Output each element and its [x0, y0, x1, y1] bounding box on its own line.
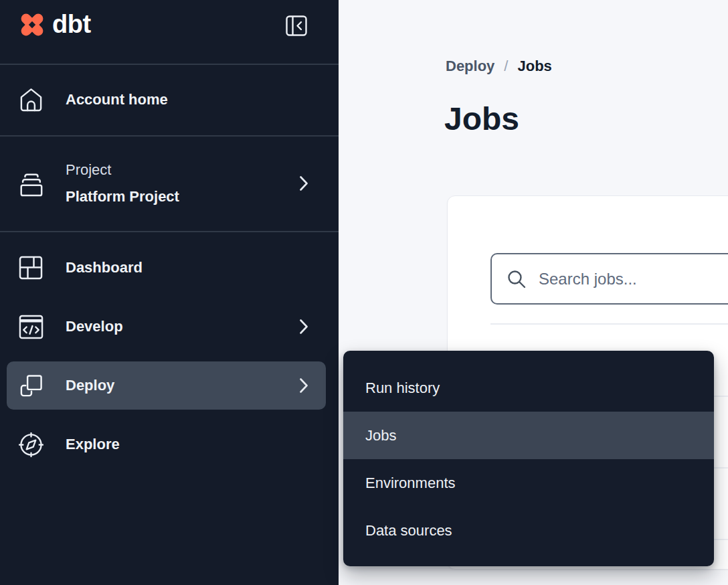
sidebar-item-deploy[interactable]: Deploy [7, 361, 326, 410]
submenu-item-label: Environments [365, 475, 456, 492]
collapse-sidebar-icon [286, 15, 307, 36]
chevron-right-icon [300, 378, 308, 393]
project-stack-icon [17, 169, 44, 197]
sidebar-divider [0, 231, 339, 232]
sidebar: dbt Account home [0, 0, 339, 585]
chevron-right-icon [300, 319, 308, 334]
search-jobs-input[interactable] [537, 269, 728, 289]
submenu-item-jobs[interactable]: Jobs [343, 412, 714, 459]
deploy-submenu: Run history Jobs Environments Data sourc… [343, 351, 714, 566]
search-box [490, 253, 728, 305]
breadcrumb-separator: / [504, 56, 508, 76]
dbt-logo-icon [17, 10, 47, 39]
sidebar-item-develop[interactable]: Develop [0, 303, 339, 351]
sidebar-item-project-name: Platform Project [66, 183, 179, 210]
home-icon [19, 86, 43, 112]
compass-icon [19, 432, 43, 457]
sidebar-item-label: Account home [66, 91, 168, 108]
submenu-item-data-sources[interactable]: Data sources [343, 507, 714, 554]
breadcrumb-deploy-link[interactable]: Deploy [446, 56, 494, 76]
code-window-icon [19, 315, 43, 339]
sidebar-item-label: Explore [66, 436, 120, 453]
sidebar-item-account-home[interactable]: Account home [0, 64, 339, 135]
breadcrumb: Deploy / Jobs [446, 56, 552, 76]
sidebar-item-explore[interactable]: Explore [0, 420, 339, 469]
dashboard-icon [19, 256, 43, 280]
submenu-item-label: Jobs [365, 427, 396, 444]
sidebar-item-label: Deploy [66, 377, 114, 394]
chevron-right-icon [300, 176, 308, 191]
sidebar-item-project-label: Project [66, 157, 179, 183]
submenu-item-label: Data sources [365, 522, 452, 539]
submenu-item-label: Run history [365, 380, 440, 397]
card-divider [490, 323, 728, 325]
submenu-item-run-history[interactable]: Run history [343, 364, 714, 412]
sidebar-item-project[interactable]: Project Platform Project [0, 135, 339, 231]
sidebar-item-dashboard[interactable]: Dashboard [0, 244, 339, 292]
search-icon [507, 269, 527, 289]
dbt-logotype: dbt [52, 9, 91, 39]
dbt-cloud-app: dbt Account home [0, 0, 728, 585]
page-title: Jobs [444, 100, 519, 138]
breadcrumb-current: Jobs [517, 56, 551, 76]
collapse-sidebar-button[interactable] [286, 15, 307, 36]
submenu-item-environments[interactable]: Environments [343, 459, 714, 507]
sidebar-item-label: Dashboard [66, 259, 143, 276]
deploy-icon [19, 373, 43, 399]
sidebar-item-label: Develop [66, 318, 123, 335]
